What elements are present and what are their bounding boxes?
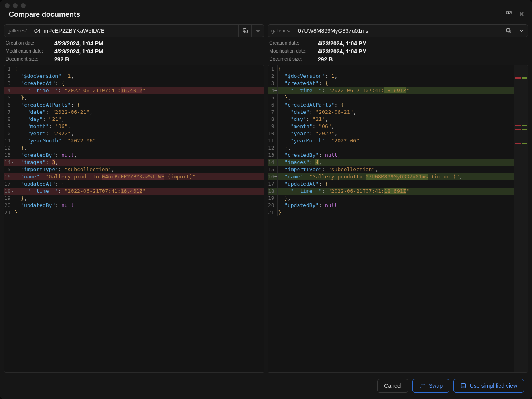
copy-button[interactable] [238, 25, 251, 37]
simplified-view-label: Use simplified view [470, 383, 517, 389]
creation-date-value: 4/23/2024, 1:04 PM [54, 40, 263, 47]
document-size-label: Document size: [269, 56, 314, 63]
swap-button-label: Swap [429, 383, 443, 389]
code-editor[interactable]: 1{2 "$docVersion": 1,3 "createdAt": {4- … [4, 65, 264, 373]
document-meta: Creation date: 4/23/2024, 1:04 PM Modifi… [4, 40, 264, 63]
minimap[interactable] [514, 65, 528, 372]
swap-button[interactable]: Swap [412, 379, 449, 393]
dialog-footer: Cancel Swap Use simplified view [0, 373, 532, 399]
document-path-input[interactable]: galleries/ 07UW8M899MyG337u01ms [268, 24, 528, 37]
titlebar [0, 0, 532, 8]
document-size-label: Document size: [6, 56, 50, 63]
diff-pane: galleries/ 07UW8M899MyG337u01ms Creation… [268, 24, 528, 373]
fullscreen-icon[interactable] [506, 11, 512, 18]
traffic-min[interactable] [13, 3, 18, 8]
modification-date-label: Modification date: [269, 48, 314, 55]
code-content: 1{2 "$docVersion": 1,3 "createdAt": {4- … [4, 65, 264, 216]
compare-dialog: Compare documents galleries/ 04nmPcEP2ZB… [0, 0, 532, 399]
code-content: 1{2 "$docVersion": 1,3 "createdAt": {4+ … [268, 65, 528, 216]
path-prefix: galleries/ [268, 25, 294, 37]
dropdown-button[interactable] [251, 25, 264, 37]
document-path-input[interactable]: galleries/ 04nmPcEP2ZBYKaW5ILWE [4, 24, 264, 37]
modification-date-value: 4/23/2024, 1:04 PM [318, 48, 526, 55]
document-size-value: 292 B [318, 56, 526, 63]
document-meta: Creation date: 4/23/2024, 1:04 PM Modifi… [268, 40, 528, 63]
copy-button[interactable] [502, 25, 515, 37]
modification-date-label: Modification date: [6, 48, 50, 55]
dialog-header: Compare documents [0, 8, 532, 24]
creation-date-value: 4/23/2024, 1:04 PM [318, 40, 526, 47]
dropdown-button[interactable] [515, 25, 528, 37]
path-doc-id: 07UW8M899MyG337u01ms [294, 25, 502, 37]
dialog-title: Compare documents [9, 10, 80, 19]
traffic-close[interactable] [5, 3, 10, 8]
close-icon[interactable] [518, 11, 525, 18]
modification-date-value: 4/23/2024, 1:04 PM [54, 48, 263, 55]
path-prefix: galleries/ [4, 25, 30, 37]
simplified-view-button[interactable]: Use simplified view [453, 379, 524, 393]
svg-rect-0 [506, 12, 508, 14]
path-doc-id: 04nmPcEP2ZBYKaW5ILWE [30, 25, 238, 37]
cancel-button[interactable]: Cancel [377, 379, 408, 393]
traffic-max[interactable] [21, 3, 26, 8]
header-actions [506, 11, 525, 18]
creation-date-label: Creation date: [269, 40, 314, 47]
diff-pane: galleries/ 04nmPcEP2ZBYKaW5ILWE Creation… [4, 24, 264, 373]
code-editor[interactable]: 1{2 "$docVersion": 1,3 "createdAt": {4+ … [268, 65, 528, 373]
document-size-value: 292 B [54, 56, 263, 63]
creation-date-label: Creation date: [6, 40, 50, 47]
